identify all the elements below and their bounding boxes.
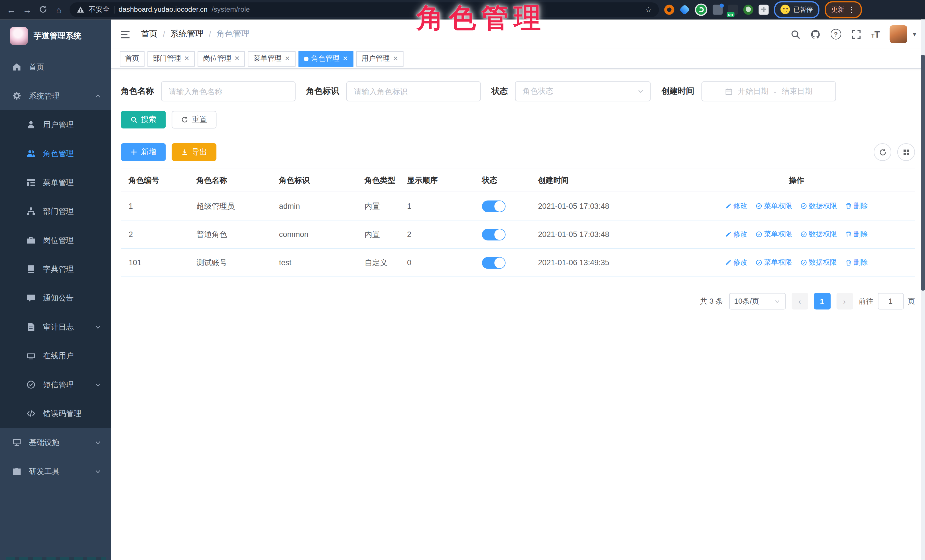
delete-action[interactable]: 删除 [845, 258, 868, 267]
fullscreen-icon[interactable] [851, 29, 861, 39]
chevron-down-icon [637, 88, 644, 95]
extension-icon-monkey[interactable] [743, 5, 753, 15]
refresh-table-button[interactable] [874, 143, 891, 161]
sidebar-item-notice[interactable]: 通知公告 [0, 284, 111, 312]
search-button[interactable]: 搜索 [121, 111, 166, 128]
tab-close-icon[interactable]: ✕ [343, 55, 348, 62]
sidebar-item-departments[interactable]: 部门管理 [0, 197, 111, 225]
menu-permission-action[interactable]: 菜单权限 [756, 201, 792, 211]
cell-role-code: common [271, 230, 357, 239]
sidebar-item-label: 首页 [29, 62, 44, 72]
address-divider [114, 6, 114, 14]
data-permission-action[interactable]: 数据权限 [800, 258, 837, 267]
tab-menus[interactable]: 菜单管理 ✕ [248, 51, 295, 66]
col-header-type: 角色类型 [357, 175, 399, 186]
profile-chip[interactable]: 已暂停 [774, 1, 819, 18]
edit-action[interactable]: 修改 [725, 201, 747, 211]
extension-icon-gem[interactable] [679, 4, 690, 15]
avatar-caret-icon[interactable]: ▾ [913, 30, 916, 38]
tab-close-icon[interactable]: ✕ [234, 55, 240, 62]
bookmark-star-icon[interactable]: ☆ [645, 5, 652, 14]
forward-button[interactable]: → [22, 5, 33, 14]
sidebar-item-infrastructure[interactable]: 基础设施 [0, 428, 111, 456]
row-actions: 修改 菜单权限 数据权限 删除 [678, 201, 915, 211]
tab-departments[interactable]: 部门管理 ✕ [148, 51, 195, 66]
sidebar-item-error-codes[interactable]: 错误码管理 [0, 399, 111, 428]
url-path: /system/role [211, 5, 250, 14]
sidebar-item-dev-tools[interactable]: 研发工具 [0, 457, 111, 486]
back-button[interactable]: ← [6, 5, 17, 14]
sidebar-item-roles[interactable]: 角色管理 [0, 139, 111, 168]
tab-roles-active[interactable]: 角色管理 ✕ [298, 51, 353, 66]
sidebar-item-online-users[interactable]: 在线用户 [0, 341, 111, 370]
date-range-picker[interactable]: 开始日期 - 结束日期 [702, 81, 836, 101]
app-logo[interactable]: 芋道管理系统 [0, 20, 111, 53]
data-permission-action[interactable]: 数据权限 [800, 229, 837, 239]
check-circle-icon [756, 231, 762, 237]
extension-icon-orange[interactable] [664, 5, 674, 15]
sidebar-item-system[interactable]: 系统管理 [0, 81, 111, 110]
scrollbar[interactable] [921, 20, 925, 560]
page-size-select[interactable]: 10条/页 [729, 293, 786, 309]
tab-posts[interactable]: 岗位管理 ✕ [198, 51, 245, 66]
delete-action[interactable]: 删除 [845, 201, 868, 211]
sidebar-item-menus[interactable]: 菜单管理 [0, 168, 111, 197]
chevron-down-icon [94, 323, 101, 330]
export-button[interactable]: 导出 [172, 143, 216, 161]
column-settings-button[interactable] [897, 143, 915, 161]
sidebar-item-posts[interactable]: 岗位管理 [0, 226, 111, 255]
tab-close-icon[interactable]: ✕ [393, 55, 398, 62]
extensions-puzzle-icon[interactable] [759, 5, 768, 15]
not-secure-label: 不安全 [88, 5, 110, 15]
row-actions: 修改 菜单权限 数据权限 删除 [678, 258, 915, 267]
chrome-update-button[interactable]: 更新 ⋮ [825, 1, 862, 18]
edit-action[interactable]: 修改 [725, 258, 747, 267]
status-select[interactable]: 角色状态 [515, 81, 651, 101]
prev-page-button[interactable]: ‹ [791, 293, 808, 309]
sidebar-item-sms[interactable]: 短信管理 [0, 370, 111, 399]
github-icon[interactable] [811, 29, 820, 39]
status-toggle[interactable] [482, 257, 506, 268]
status-toggle[interactable] [482, 228, 506, 240]
breadcrumb-home[interactable]: 首页 [141, 29, 158, 39]
current-page-button[interactable]: 1 [814, 293, 830, 309]
tab-close-icon[interactable]: ✕ [285, 55, 290, 62]
reset-button[interactable]: 重置 [172, 111, 216, 128]
status-toggle[interactable] [482, 200, 506, 212]
breadcrumb-system[interactable]: 系统管理 [170, 29, 203, 39]
sidebar-item-dict[interactable]: 字典管理 [0, 255, 111, 284]
browser-menu-icon[interactable]: ⋮ [848, 5, 856, 14]
scrollbar-thumb[interactable] [921, 55, 925, 291]
data-permission-action[interactable]: 数据权限 [800, 201, 837, 211]
add-button[interactable]: 新增 [121, 143, 166, 161]
extension-icon-grid[interactable] [713, 5, 723, 15]
col-header-id: 角色编号 [121, 175, 189, 186]
tab-home[interactable]: 首页 [120, 51, 145, 66]
sidebar-item-users[interactable]: 用户管理 [0, 110, 111, 139]
menu-permission-action[interactable]: 菜单权限 [756, 258, 792, 267]
sidebar-item-audit-log[interactable]: 审计日志 [0, 312, 111, 341]
delete-action[interactable]: 删除 [845, 229, 868, 239]
sidebar-item-home[interactable]: 首页 [0, 53, 111, 81]
role-name-input[interactable] [161, 81, 295, 101]
font-size-icon[interactable]: TT [871, 30, 880, 39]
user-avatar[interactable] [890, 26, 908, 43]
extension-icon-dark[interactable]: on [728, 5, 738, 15]
menu-permission-action[interactable]: 菜单权限 [756, 229, 792, 239]
search-icon[interactable] [791, 29, 800, 39]
address-bar[interactable]: 不安全 dashboard.yudao.iocoder.cn/system/ro… [69, 2, 659, 17]
help-icon[interactable]: ? [830, 29, 841, 39]
goto-page-input[interactable] [877, 293, 903, 309]
tab-users[interactable]: 用户管理 ✕ [356, 51, 404, 66]
chevron-down-icon [94, 381, 101, 388]
role-code-input[interactable] [346, 81, 481, 101]
home-button[interactable]: ⌂ [54, 5, 64, 14]
hamburger-icon[interactable] [120, 29, 131, 40]
tab-close-icon[interactable]: ✕ [184, 55, 190, 62]
extension-icon-green[interactable] [695, 3, 707, 15]
trash-icon [845, 260, 852, 266]
next-page-button[interactable]: › [836, 293, 853, 309]
edit-action[interactable]: 修改 [725, 229, 747, 239]
reload-button[interactable] [38, 5, 48, 14]
extension-badge: on [727, 11, 734, 17]
